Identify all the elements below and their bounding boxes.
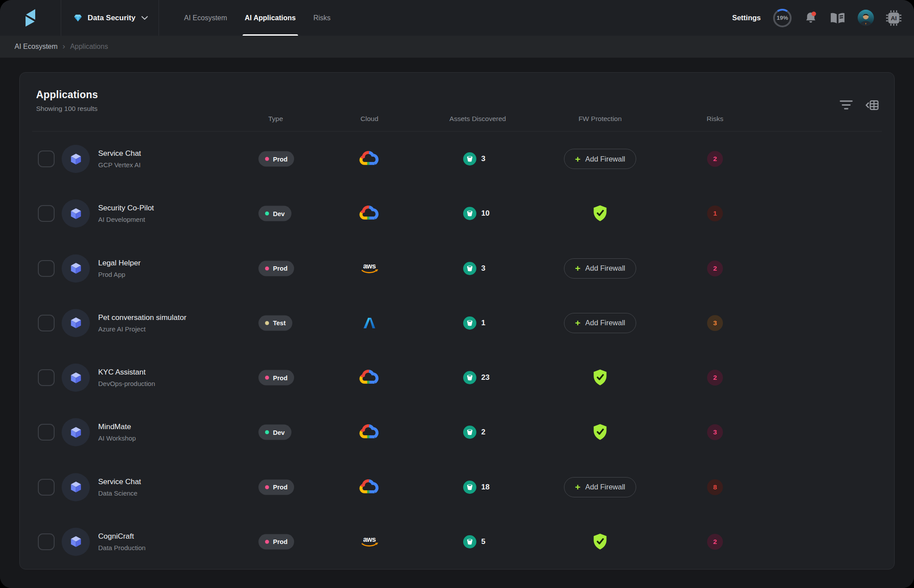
table-row[interactable]: MindMate AI Workshop Dev	[20, 405, 894, 459]
type-dot-icon	[265, 321, 269, 325]
table-row[interactable]: CogniCraft Data Production Prod aws	[20, 514, 894, 569]
cube-icon	[69, 151, 83, 167]
app-subtitle: Data Science	[98, 489, 141, 497]
row-checkbox[interactable]	[38, 533, 55, 550]
row-checkbox[interactable]	[38, 260, 55, 277]
table-row[interactable]: Legal Helper Prod App Prod aws	[20, 241, 894, 296]
avatar-image	[858, 10, 874, 26]
row-checkbox[interactable]	[38, 369, 55, 386]
svg-text:aws: aws	[363, 262, 376, 269]
cube-icon	[69, 479, 83, 495]
add-firewall-button[interactable]: + Add Firewall	[564, 258, 636, 279]
add-firewall-label: Add Firewall	[585, 483, 625, 491]
product-switcher[interactable]: Data Security	[61, 0, 158, 36]
main-tabs: AI Ecosystem AI Applications Risks	[183, 0, 332, 36]
cube-icon	[69, 315, 83, 331]
type-label: Dev	[273, 429, 285, 436]
assets-bucket-icon	[463, 535, 476, 548]
main-content: Applications Showing 100 results	[0, 58, 914, 588]
table-row[interactable]: KYC Assistant DevOps-production Prod	[20, 350, 894, 405]
settings-link[interactable]: Settings	[732, 14, 761, 22]
assets-bucket-icon	[463, 316, 476, 330]
type-badge: Prod	[258, 534, 294, 549]
app-icon	[62, 473, 90, 501]
app-subtitle: Azure AI Project	[98, 325, 186, 333]
add-firewall-label: Add Firewall	[585, 319, 625, 327]
gcp-cloud-icon	[359, 151, 380, 167]
assets-count: 2	[481, 428, 485, 437]
app-icon	[62, 145, 90, 173]
row-checkbox[interactable]	[38, 479, 55, 496]
ai-chip-label: AI	[891, 15, 897, 21]
svg-text:aws: aws	[363, 535, 376, 543]
type-label: Prod	[273, 265, 287, 272]
assets-bucket-icon	[463, 207, 476, 220]
assets-bucket-icon	[463, 371, 476, 384]
add-firewall-button[interactable]: + Add Firewall	[564, 313, 636, 333]
type-dot-icon	[265, 212, 269, 216]
app-icon	[62, 364, 90, 392]
assets-bucket-icon	[463, 481, 476, 494]
cube-icon	[69, 534, 83, 549]
navbar-right: Settings 19%	[732, 0, 914, 36]
type-label: Prod	[273, 484, 287, 491]
column-assets: Assets Discovered	[450, 115, 506, 123]
user-avatar[interactable]	[858, 10, 874, 26]
azure-cloud-icon	[363, 317, 376, 329]
type-badge: Prod	[258, 370, 294, 386]
risk-badge[interactable]: 2	[707, 261, 723, 276]
type-label: Dev	[273, 210, 285, 217]
assets-count: 18	[481, 483, 490, 492]
filter-icon	[840, 100, 853, 110]
table-row[interactable]: Security Co-Pilot AI Development Dev	[20, 186, 894, 241]
risk-badge[interactable]: 3	[707, 315, 723, 331]
protected-shield-icon	[593, 424, 608, 441]
cube-icon	[69, 425, 83, 440]
app-icon	[62, 418, 90, 446]
type-badge: Prod	[258, 261, 294, 276]
aws-cloud-icon: aws	[359, 535, 380, 548]
assets-count: 1	[481, 319, 485, 327]
brand-logo-icon	[22, 8, 39, 28]
row-checkbox[interactable]	[38, 424, 55, 441]
table-row[interactable]: Service Chat GCP Vertex AI Prod	[20, 132, 894, 186]
row-checkbox[interactable]	[38, 205, 55, 222]
add-firewall-label: Add Firewall	[585, 155, 625, 163]
breadcrumb-ai-ecosystem[interactable]: AI Ecosystem	[15, 43, 58, 51]
gcp-cloud-icon	[359, 370, 380, 386]
tab-risks[interactable]: Risks	[313, 0, 332, 36]
tab-ai-ecosystem[interactable]: AI Ecosystem	[183, 0, 228, 36]
add-firewall-button[interactable]: + Add Firewall	[564, 149, 636, 169]
row-checkbox[interactable]	[38, 151, 55, 167]
risk-badge[interactable]: 3	[707, 424, 723, 440]
columns-toggle-button[interactable]	[864, 99, 879, 111]
risk-badge[interactable]: 2	[707, 151, 723, 167]
row-checkbox[interactable]	[38, 315, 55, 331]
ai-assistant-button[interactable]: AI	[886, 10, 902, 26]
cube-icon	[69, 206, 83, 221]
filter-button[interactable]	[840, 100, 853, 110]
assets-count: 10	[481, 209, 490, 218]
risk-badge[interactable]: 1	[707, 206, 723, 221]
aws-cloud-icon: aws	[359, 262, 380, 275]
app-subtitle: DevOps-production	[98, 380, 155, 387]
table-row[interactable]: Pet conversation simulator Azure AI Proj…	[20, 296, 894, 350]
risk-badge[interactable]: 8	[707, 479, 723, 495]
chevron-down-icon	[141, 16, 148, 20]
risk-badge[interactable]: 2	[707, 534, 723, 550]
tab-ai-applications[interactable]: AI Applications	[244, 0, 297, 36]
plus-icon: +	[575, 264, 580, 273]
type-label: Test	[273, 320, 286, 327]
app-name: Service Chat	[98, 149, 141, 158]
assets-bucket-icon	[463, 262, 476, 275]
app-name: Pet conversation simulator	[98, 313, 186, 322]
brand-logo[interactable]	[0, 0, 61, 36]
assets-count: 5	[481, 537, 485, 546]
risk-badge[interactable]: 2	[707, 370, 723, 386]
notifications-bell[interactable]	[804, 11, 818, 25]
table-row[interactable]: Service Chat Data Science Prod	[20, 460, 894, 514]
page-title: Applications	[36, 89, 894, 101]
usage-ring[interactable]: 19%	[773, 8, 792, 28]
add-firewall-button[interactable]: + Add Firewall	[564, 477, 636, 497]
docs-book[interactable]	[829, 11, 846, 26]
